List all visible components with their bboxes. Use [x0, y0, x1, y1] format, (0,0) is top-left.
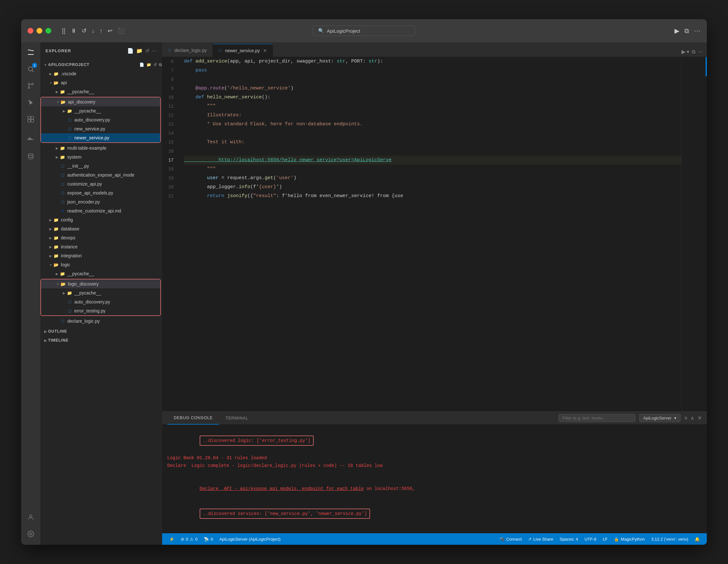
refresh-action[interactable]: ↺ — [153, 62, 157, 67]
panel-tab-terminal[interactable]: TERMINAL — [219, 412, 255, 425]
maximize-button[interactable] — [45, 28, 51, 34]
activity-source-control[interactable] — [24, 79, 38, 93]
status-spaces[interactable]: Spaces: 4 — [556, 537, 581, 542]
tree-section-outline[interactable]: ▶ OUTLINE — [40, 327, 162, 336]
status-eol[interactable]: LF — [600, 537, 611, 542]
activity-account[interactable] — [24, 510, 38, 524]
activity-extensions[interactable] — [24, 112, 38, 126]
tree-item-config[interactable]: ▶ 📁 config — [40, 215, 162, 224]
sidebar: EXPLORER 📄 📁 ↺ ⋯ ▾ APILOGICPROJECT 📄 📁 — [40, 42, 162, 545]
status-signal[interactable]: 📡 0 — [201, 533, 216, 545]
tree-item-logic-discovery[interactable]: ▾ 📂 logic_discovery — [41, 279, 160, 288]
tree-item-pycache-api[interactable]: ▶ 📁 __pycache__ — [40, 87, 162, 96]
tree-item-init[interactable]: ▶ ⬡ __init__.py — [40, 162, 162, 170]
layout-icon[interactable]: ⧉ — [684, 27, 689, 35]
sidebar-toggle-icon[interactable]: ⣿ — [62, 27, 66, 34]
tab-label-newer-service: newer_service.py — [225, 48, 260, 53]
status-python-version[interactable]: 3.12.2 ('venv': venv) — [648, 537, 691, 542]
status-encoding[interactable]: UTF-8 — [581, 537, 600, 542]
tab-declare-logic[interactable]: ⬡ declare_logic.py — [162, 44, 213, 57]
tree-item-api[interactable]: ▾ 📂 api — [40, 78, 162, 87]
tree-section-timeline[interactable]: ▶ TIMELINE — [40, 336, 162, 345]
status-notifications[interactable]: 🔔 — [691, 537, 703, 542]
tree-item-customize-api[interactable]: ▶ ⬡ customize_api.py — [40, 179, 162, 188]
tree-item-devops[interactable]: ▶ 📁 devops — [40, 233, 162, 242]
panel-filter: ApiLogicServer ▾ ≡ ∧ ✕ — [558, 414, 702, 422]
minimap — [681, 57, 707, 411]
collapse-action[interactable]: ⧉ — [159, 62, 162, 67]
panel-server-dropdown[interactable]: ApiLogicServer ▾ — [639, 414, 681, 422]
status-connect[interactable]: 🔌 Connect — [496, 537, 525, 542]
status-remote-icon[interactable]: ⚡ — [166, 533, 178, 545]
line-numbers: 6 7 8 9 10 11 12 13 14 15 16 17 18 19 20… — [162, 57, 179, 411]
tree-item-expose-api[interactable]: ▶ ⬡ expose_api_models.py — [40, 188, 162, 197]
run-icon[interactable]: ▶ — [674, 27, 679, 35]
activity-run[interactable] — [24, 95, 38, 110]
new-file-action[interactable]: 📄 — [139, 62, 145, 67]
run-tab-action[interactable]: ▶ ▾ — [682, 49, 689, 55]
title-search-bar[interactable]: 🔍 ApiLogicProject — [313, 26, 415, 36]
activity-database[interactable] — [24, 149, 38, 163]
step-over-icon[interactable]: ↺ — [82, 27, 87, 34]
more-icon[interactable]: ⋯ — [694, 27, 700, 35]
clear-console-icon[interactable]: ✕ — [698, 415, 702, 421]
status-errors[interactable]: ⊘ 0 ⚠ 0 — [178, 533, 201, 545]
tree-item-declare-logic[interactable]: ▶ ⬡ declare_logic.py — [40, 317, 162, 326]
activity-files[interactable] — [24, 46, 38, 60]
status-server[interactable]: ApiLogicServer (ApiLogicProject) — [216, 533, 284, 545]
tree-item-pycache-logic[interactable]: ▶ 📁 __pycache__ — [40, 269, 162, 278]
panel-tab-debug-console[interactable]: DEBUG CONSOLE — [167, 412, 219, 425]
outline-label: OUTLINE — [48, 329, 67, 334]
close-button[interactable] — [28, 28, 33, 34]
activity-search[interactable]: 1 — [24, 62, 38, 76]
refresh-icon[interactable]: ↺ — [145, 48, 149, 54]
stop-icon[interactable]: ⬛ — [118, 27, 125, 34]
tree-item-instance[interactable]: ▶ 📁 instance — [40, 242, 162, 251]
tree-item-readme-md[interactable]: ▶ ✳ readme_customize_api.md — [40, 206, 162, 215]
tree-item-logic[interactable]: ▾ 📂 logic — [40, 260, 162, 269]
tree-item-pycache-apid[interactable]: ▶ 📁 __pycache__ — [41, 106, 160, 115]
more-tab-action[interactable]: ⋯ — [698, 49, 703, 55]
minimize-button[interactable] — [37, 28, 42, 34]
activity-docker[interactable] — [24, 133, 38, 147]
tree-item-new-service[interactable]: ▶ ⬡ new_service.py — [41, 124, 160, 133]
code-content[interactable]: def add_service(app, api, project_dir, s… — [179, 57, 681, 411]
scroll-to-top-icon[interactable]: ∧ — [691, 415, 694, 421]
code-editor: 6 7 8 9 10 11 12 13 14 15 16 17 18 19 20… — [162, 57, 707, 411]
split-editor-action[interactable]: ⧉ — [692, 49, 695, 55]
code-line-10: def hello_newer_service(): — [184, 93, 681, 102]
tree-item-integration[interactable]: ▶ 📁 integration — [40, 251, 162, 260]
wrap-lines-icon[interactable]: ≡ — [684, 415, 687, 421]
step-into-icon[interactable]: ↓ — [92, 28, 95, 34]
collapse-all-icon[interactable]: ⋯ — [152, 48, 157, 54]
step-out-icon[interactable]: ↑ — [100, 28, 103, 34]
restart-icon[interactable]: ↩ — [108, 27, 112, 34]
folder-icon-instance: 📁 — [53, 244, 59, 250]
activity-settings[interactable] — [24, 527, 38, 541]
line-num-16: 16 — [165, 147, 174, 156]
new-file-icon[interactable]: 📄 — [127, 48, 134, 54]
tab-close-newer-service[interactable]: ✕ — [263, 48, 267, 53]
folder-icon-pycache-api: 📁 — [60, 89, 65, 95]
tree-item-newer-service[interactable]: ▶ ⬡ newer_service.py — [41, 133, 160, 142]
tree-item-auto-discovery[interactable]: ▶ ⬡ auto_discovery.py — [41, 115, 160, 124]
panel-filter-input[interactable] — [558, 414, 635, 422]
status-liveshare[interactable]: ↗ Live Share — [525, 537, 556, 542]
tree-item-auth-expose[interactable]: ▶ ⬡ authentication_expose_api_mode — [40, 170, 162, 179]
tree-item-error-testing[interactable]: ▶ ⬡ error_testing.py — [41, 306, 160, 315]
tree-root-item[interactable]: ▾ APILOGICPROJECT 📄 📁 ↺ ⧉ — [40, 60, 162, 69]
tree-item-pycache-logd[interactable]: ▶ 📁 __pycache__ — [41, 288, 160, 297]
new-folder-icon[interactable]: 📁 — [136, 48, 143, 54]
error-count: 0 — [186, 537, 188, 542]
tree-item-auto-discovery2[interactable]: ▶ ⬡ auto_discovery.py — [41, 297, 160, 306]
new-folder-action[interactable]: 📁 — [146, 62, 152, 67]
tab-newer-service[interactable]: ⬡ newer_service.py ✕ — [213, 44, 273, 57]
tree-item-multi-table[interactable]: ▶ 📁 multi-table-example — [40, 144, 162, 153]
tree-item-json-encoder[interactable]: ▶ ⬡ json_encoder.py — [40, 197, 162, 206]
status-language[interactable]: 🔒 MagicPython — [611, 537, 648, 542]
pause-icon[interactable]: ⏸ — [71, 28, 77, 34]
tree-item-system[interactable]: ▶ 📁 system — [40, 153, 162, 162]
tree-item-database[interactable]: ▶ 📁 database — [40, 224, 162, 233]
tree-item-api-discovery[interactable]: ▾ 📂 api_discovery — [41, 97, 160, 106]
tree-item-vscode[interactable]: ▶ 📁 .vscode — [40, 69, 162, 78]
